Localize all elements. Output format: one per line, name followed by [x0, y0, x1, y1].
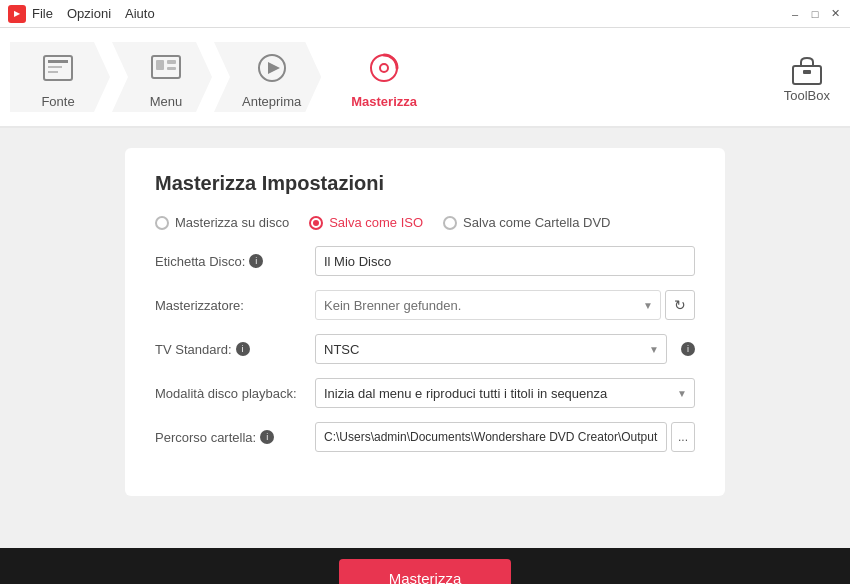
disc-label-row: Etichetta Disco: i: [155, 246, 695, 276]
radio-circle-iso: [309, 216, 323, 230]
svg-rect-6: [167, 60, 176, 64]
toolbar: Fonte Menu Anteprima: [0, 28, 850, 128]
playback-mode-row: Modalità disco playback: Inizia dal menu…: [155, 378, 695, 408]
tv-standard-select[interactable]: NTSC PAL: [315, 334, 667, 364]
burner-select-wrapper: Kein Brenner gefunden. ▼: [315, 290, 661, 320]
folder-path-input[interactable]: [315, 422, 667, 452]
nav-label-fonte: Fonte: [41, 94, 74, 109]
tv-standard-row: TV Standard: i NTSC PAL ▼ i: [155, 334, 695, 364]
nav-label-masterizza: Masterizza: [351, 94, 417, 109]
menu-opzioni[interactable]: Opzioni: [67, 6, 111, 21]
burn-button[interactable]: Masterizza: [339, 559, 512, 584]
menu-aiuto[interactable]: Aiuto: [125, 6, 155, 21]
radio-burn-disc[interactable]: Masterizza su disco: [155, 215, 289, 230]
svg-rect-12: [793, 66, 821, 84]
browse-button[interactable]: ...: [671, 422, 695, 452]
burner-row: Masterizzatore: Kein Brenner gefunden. ▼…: [155, 290, 695, 320]
burner-label: Masterizzatore:: [155, 298, 315, 313]
radio-save-dvd[interactable]: Salva come Cartella DVD: [443, 215, 610, 230]
menu-bar: File Opzioni Aiuto: [32, 6, 155, 21]
nav-label-anteprima: Anteprima: [242, 94, 301, 109]
playback-mode-select[interactable]: Inizia dal menu e riproduci tutti i tito…: [315, 378, 695, 408]
app-icon: [8, 5, 26, 23]
masterizza-icon: [362, 46, 406, 90]
anteprima-icon: [250, 46, 294, 90]
nav-item-fonte[interactable]: Fonte: [10, 42, 110, 112]
svg-point-11: [380, 64, 388, 72]
refresh-burner-button[interactable]: ↻: [665, 290, 695, 320]
minimize-button[interactable]: –: [788, 7, 802, 21]
disc-label-label: Etichetta Disco: i: [155, 254, 315, 269]
radio-group: Masterizza su disco Salva come ISO Salva…: [155, 215, 695, 230]
svg-rect-2: [48, 66, 62, 68]
tv-standard-info-icon-2[interactable]: i: [681, 342, 695, 356]
tv-standard-info-icon[interactable]: i: [236, 342, 250, 356]
svg-marker-9: [268, 62, 280, 74]
tv-standard-select-wrapper: NTSC PAL ▼: [315, 334, 667, 364]
window-controls: – □ ✕: [788, 7, 842, 21]
svg-rect-5: [156, 60, 164, 70]
folder-path-label: Percorso cartella: i: [155, 430, 315, 445]
playback-mode-select-wrapper: Inizia dal menu e riproduci tutti i tito…: [315, 378, 695, 408]
menu-icon: [144, 46, 188, 90]
burner-select[interactable]: Kein Brenner gefunden.: [315, 290, 661, 320]
toolbox-label: ToolBox: [784, 88, 830, 103]
svg-rect-3: [48, 71, 58, 73]
nav-item-masterizza[interactable]: Masterizza: [323, 42, 437, 112]
title-bar: File Opzioni Aiuto – □ ✕: [0, 0, 850, 28]
radio-circle-dvd: [443, 216, 457, 230]
svg-rect-7: [167, 67, 176, 70]
radio-circle-burn: [155, 216, 169, 230]
disc-label-input[interactable]: [315, 246, 695, 276]
nav-item-anteprima[interactable]: Anteprima: [214, 42, 321, 112]
breadcrumb-nav: Fonte Menu Anteprima: [10, 37, 439, 117]
folder-path-row: Percorso cartella: i ...: [155, 422, 695, 452]
panel-title: Masterizza Impostazioni: [155, 172, 695, 195]
burn-panel: Masterizza Impostazioni Masterizza su di…: [125, 148, 725, 496]
svg-rect-13: [803, 70, 811, 74]
tv-standard-label: TV Standard: i: [155, 342, 315, 357]
radio-save-iso[interactable]: Salva come ISO: [309, 215, 423, 230]
toolbox-button[interactable]: ToolBox: [784, 52, 830, 103]
nav-label-menu: Menu: [150, 94, 183, 109]
main-content: Masterizza Impostazioni Masterizza su di…: [0, 128, 850, 548]
close-button[interactable]: ✕: [828, 7, 842, 21]
svg-rect-1: [48, 60, 68, 63]
folder-path-info-icon[interactable]: i: [260, 430, 274, 444]
action-bar: Masterizza: [0, 548, 850, 584]
disc-label-info-icon[interactable]: i: [249, 254, 263, 268]
maximize-button[interactable]: □: [808, 7, 822, 21]
fonte-icon: [36, 46, 80, 90]
playback-mode-label: Modalità disco playback:: [155, 386, 315, 401]
menu-file[interactable]: File: [32, 6, 53, 21]
nav-item-menu[interactable]: Menu: [112, 42, 212, 112]
